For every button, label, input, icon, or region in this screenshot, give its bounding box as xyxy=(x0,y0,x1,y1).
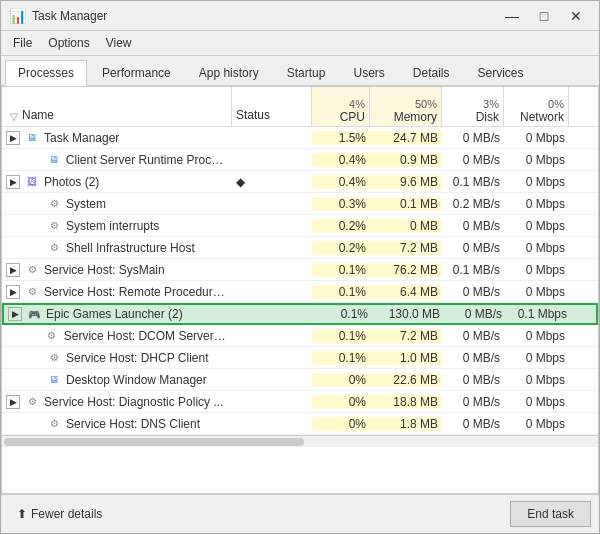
chevron-up-icon: ⬆ xyxy=(17,507,27,521)
cell-network: 0 Mbps xyxy=(504,351,569,365)
table-row[interactable]: ▶ ⚙ Service Host: Diagnostic Policy ... … xyxy=(2,391,598,413)
tab-services[interactable]: Services xyxy=(465,60,537,85)
expand-button[interactable]: ▶ xyxy=(6,395,20,409)
table-row[interactable]: ⚙ Service Host: DNS Client 0% 1.8 MB 0 M… xyxy=(2,413,598,435)
tab-startup[interactable]: Startup xyxy=(274,60,339,85)
cell-name: 🖥 Desktop Window Manager xyxy=(2,372,232,388)
table-row[interactable]: ⚙ Service Host: DHCP Client 0.1% 1.0 MB … xyxy=(2,347,598,369)
cell-name: ▶ ⚙ Service Host: Diagnostic Policy ... xyxy=(2,394,232,410)
cell-cpu: 0.3% xyxy=(312,197,370,211)
cell-network: 0 Mbps xyxy=(504,219,569,233)
table-row[interactable]: ⚙ System 0.3% 0.1 MB 0.2 MB/s 0 Mbps xyxy=(2,193,598,215)
end-task-button[interactable]: End task xyxy=(510,501,591,527)
cell-network: 0 Mbps xyxy=(504,417,569,431)
close-button[interactable]: ✕ xyxy=(561,4,591,28)
minimize-button[interactable]: — xyxy=(497,4,527,28)
cell-memory: 18.8 MB xyxy=(370,395,442,409)
cell-memory: 24.7 MB xyxy=(370,131,442,145)
cell-network: 0 Mbps xyxy=(504,197,569,211)
cell-disk: 0.2 MB/s xyxy=(442,197,504,211)
cell-cpu: 0.2% xyxy=(312,241,370,255)
main-content: ▽ Name Status 4% CPU 50% Memory 3% Disk … xyxy=(1,86,599,494)
expand-button[interactable]: ▶ xyxy=(6,175,20,189)
expand-button[interactable]: ▶ xyxy=(6,263,20,277)
process-icon: ⚙ xyxy=(46,350,62,366)
cell-name: ⚙ Service Host: DHCP Client xyxy=(2,350,232,366)
cell-memory: 6.4 MB xyxy=(370,285,442,299)
table-row[interactable]: ⚙ Service Host: DCOM Server Proc... 0.1%… xyxy=(2,325,598,347)
tab-app-history[interactable]: App history xyxy=(186,60,272,85)
cell-name: ▶ 🖥 Task Manager xyxy=(2,130,232,146)
menu-file[interactable]: File xyxy=(5,33,40,53)
cell-network: 0 Mbps xyxy=(504,263,569,277)
table-row[interactable]: ▶ 🖼 Photos (2) ◆ 0.4% 9.6 MB 0.1 MB/s 0 … xyxy=(2,171,598,193)
table-container: ▶ 🖥 Task Manager 1.5% 24.7 MB 0 MB/s 0 M… xyxy=(2,127,598,435)
col-header-memory[interactable]: 50% Memory xyxy=(370,87,442,126)
horizontal-scrollbar[interactable] xyxy=(2,435,598,447)
menu-options[interactable]: Options xyxy=(40,33,97,53)
cell-disk: 0 MB/s xyxy=(442,417,504,431)
table-row[interactable]: 🖥 Desktop Window Manager 0% 22.6 MB 0 MB… xyxy=(2,369,598,391)
process-icon: 🖥 xyxy=(46,152,62,168)
cell-cpu: 0.1% xyxy=(314,307,372,321)
cell-cpu: 0.2% xyxy=(312,219,370,233)
table-row[interactable]: ⚙ System interrupts 0.2% 0 MB 0 MB/s 0 M… xyxy=(2,215,598,237)
scroll-thumb[interactable] xyxy=(4,438,304,446)
expand-button[interactable]: ▶ xyxy=(8,307,22,321)
cell-network: 0 Mbps xyxy=(504,153,569,167)
cell-cpu: 0% xyxy=(312,373,370,387)
cell-disk: 0 MB/s xyxy=(442,219,504,233)
table-row[interactable]: 🖥 Client Server Runtime Process 0.4% 0.9… xyxy=(2,149,598,171)
cell-network: 0 Mbps xyxy=(504,285,569,299)
cell-disk: 0 MB/s xyxy=(442,285,504,299)
cell-memory: 0.9 MB xyxy=(370,153,442,167)
cell-cpu: 0.4% xyxy=(312,153,370,167)
cell-network: 0.1 Mbps xyxy=(506,307,571,321)
title-bar: 📊 Task Manager — □ ✕ xyxy=(1,1,599,31)
bottom-bar: ⬆ Fewer details End task xyxy=(1,494,599,533)
cell-memory: 7.2 MB xyxy=(370,241,442,255)
maximize-button[interactable]: □ xyxy=(529,4,559,28)
cell-name: ▶ ⚙ Service Host: SysMain xyxy=(2,262,232,278)
table-row[interactable]: ▶ ⚙ Service Host: SysMain 0.1% 76.2 MB 0… xyxy=(2,259,598,281)
col-header-cpu[interactable]: 4% CPU xyxy=(312,87,370,126)
cell-memory: 9.6 MB xyxy=(370,175,442,189)
tab-performance[interactable]: Performance xyxy=(89,60,184,85)
cell-disk: 0 MB/s xyxy=(442,329,504,343)
process-icon: ⚙ xyxy=(46,218,62,234)
cell-name: ⚙ System interrupts xyxy=(2,218,232,234)
process-name: Task Manager xyxy=(44,131,119,145)
tab-details[interactable]: Details xyxy=(400,60,463,85)
window-controls: — □ ✕ xyxy=(497,4,591,28)
process-name: Client Server Runtime Process xyxy=(66,153,228,167)
cell-cpu: 1.5% xyxy=(312,131,370,145)
col-header-name[interactable]: ▽ Name xyxy=(2,87,232,126)
tab-users[interactable]: Users xyxy=(340,60,397,85)
process-name: Epic Games Launcher (2) xyxy=(46,307,183,321)
cell-network: 0 Mbps xyxy=(504,373,569,387)
col-header-network[interactable]: 0% Network xyxy=(504,87,569,126)
cell-network: 0 Mbps xyxy=(504,241,569,255)
tab-processes[interactable]: Processes xyxy=(5,60,87,86)
expand-button[interactable]: ▶ xyxy=(6,131,20,145)
table-header: ▽ Name Status 4% CPU 50% Memory 3% Disk … xyxy=(2,87,598,127)
col-header-disk[interactable]: 3% Disk xyxy=(442,87,504,126)
col-header-power xyxy=(569,87,598,126)
cell-name: ▶ 🖼 Photos (2) xyxy=(2,174,232,190)
cell-name: ▶ 🎮 Epic Games Launcher (2) xyxy=(4,306,234,322)
cell-cpu: 0.1% xyxy=(312,285,370,299)
expand-button[interactable]: ▶ xyxy=(6,285,20,299)
table-row[interactable]: ▶ ⚙ Service Host: Remote Procedure... 0.… xyxy=(2,281,598,303)
table-scroll[interactable]: ▶ 🖥 Task Manager 1.5% 24.7 MB 0 MB/s 0 M… xyxy=(2,127,598,435)
table-row[interactable]: ▶ 🎮 Epic Games Launcher (2) 0.1% 130.0 M… xyxy=(2,303,598,325)
process-name: Service Host: Diagnostic Policy ... xyxy=(44,395,223,409)
col-header-status[interactable]: Status xyxy=(232,87,312,126)
table-row[interactable]: ⚙ Shell Infrastructure Host 0.2% 7.2 MB … xyxy=(2,237,598,259)
table-row[interactable]: ▶ 🖥 Task Manager 1.5% 24.7 MB 0 MB/s 0 M… xyxy=(2,127,598,149)
cell-name: ⚙ Service Host: DCOM Server Proc... xyxy=(2,328,232,344)
process-icon: 🖥 xyxy=(24,130,40,146)
process-icon: ⚙ xyxy=(46,196,62,212)
fewer-details-button[interactable]: ⬆ Fewer details xyxy=(9,503,110,525)
process-name: Service Host: SysMain xyxy=(44,263,165,277)
menu-view[interactable]: View xyxy=(98,33,140,53)
